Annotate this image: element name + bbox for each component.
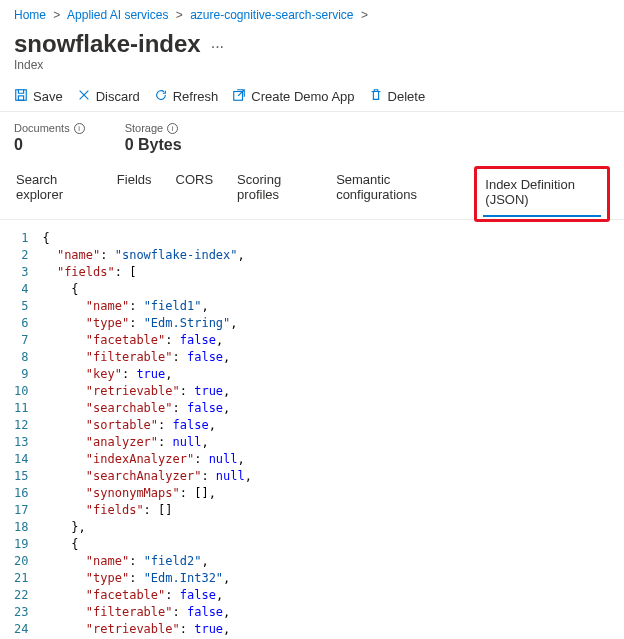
line-number: 16 <box>14 485 28 502</box>
code-line: "facetable": false, <box>42 332 252 349</box>
code-line: "type": "Edm.Int32", <box>42 570 252 587</box>
line-number: 6 <box>14 315 28 332</box>
code-line: "name": "field1", <box>42 298 252 315</box>
code-line: { <box>42 230 252 247</box>
line-number: 23 <box>14 604 28 621</box>
documents-value: 0 <box>14 136 85 154</box>
chevron-right-icon: > <box>361 8 368 22</box>
page-subtitle: Index <box>0 58 624 82</box>
more-icon[interactable]: ··· <box>211 38 224 56</box>
tabs: Search explorer Fields CORS Scoring prof… <box>0 160 624 220</box>
breadcrumb: Home > Applied AI services > azure-cogni… <box>0 0 624 26</box>
code-line: "retrievable": true, <box>42 383 252 400</box>
code-line: "fields": [] <box>42 502 252 519</box>
line-number: 2 <box>14 247 28 264</box>
breadcrumb-item[interactable]: azure-cognitive-search-service <box>190 8 353 22</box>
code-line: "name": "snowflake-index", <box>42 247 252 264</box>
save-label: Save <box>33 89 63 104</box>
line-number: 12 <box>14 417 28 434</box>
code-line: "searchable": false, <box>42 400 252 417</box>
line-number: 8 <box>14 349 28 366</box>
line-number: 17 <box>14 502 28 519</box>
code-line: }, <box>42 519 252 536</box>
code-line: "analyzer": null, <box>42 434 252 451</box>
refresh-label: Refresh <box>173 89 219 104</box>
tab-index-definition-json[interactable]: Index Definition (JSON) <box>483 171 601 217</box>
code-line: "synonymMaps": [], <box>42 485 252 502</box>
tab-semantic-configurations[interactable]: Semantic configurations <box>334 166 454 219</box>
line-number: 4 <box>14 281 28 298</box>
breadcrumb-item[interactable]: Applied AI services <box>67 8 168 22</box>
code-line: "key": true, <box>42 366 252 383</box>
tab-cors[interactable]: CORS <box>174 166 216 219</box>
tab-search-explorer[interactable]: Search explorer <box>14 166 95 219</box>
line-number: 14 <box>14 451 28 468</box>
line-number: 1 <box>14 230 28 247</box>
code-content[interactable]: { "name": "snowflake-index", "fields": [… <box>42 230 252 639</box>
refresh-icon <box>154 88 168 105</box>
storage-value: 0 Bytes <box>125 136 182 154</box>
code-line: { <box>42 536 252 553</box>
line-number: 11 <box>14 400 28 417</box>
documents-label: Documents <box>14 122 70 134</box>
line-number: 24 <box>14 621 28 638</box>
page-title: snowflake-index <box>14 30 201 58</box>
svg-rect-0 <box>16 90 27 101</box>
code-line: "fields": [ <box>42 264 252 281</box>
code-line: { <box>42 281 252 298</box>
line-number: 22 <box>14 587 28 604</box>
toolbar: Save Discard Refresh Create Demo App Del… <box>0 82 624 112</box>
save-icon <box>14 88 28 105</box>
discard-button[interactable]: Discard <box>77 88 140 105</box>
save-button[interactable]: Save <box>14 88 63 105</box>
close-icon <box>77 88 91 105</box>
code-line: "indexAnalyzer": null, <box>42 451 252 468</box>
line-number: 19 <box>14 536 28 553</box>
storage-stat: Storagei 0 Bytes <box>125 122 182 154</box>
refresh-button[interactable]: Refresh <box>154 88 219 105</box>
external-icon <box>232 88 246 105</box>
code-line: "retrievable": true, <box>42 621 252 638</box>
line-gutter: 1234567891011121314151617181920212223242… <box>14 230 42 639</box>
discard-label: Discard <box>96 89 140 104</box>
line-number: 13 <box>14 434 28 451</box>
breadcrumb-item[interactable]: Home <box>14 8 46 22</box>
line-number: 15 <box>14 468 28 485</box>
line-number: 18 <box>14 519 28 536</box>
create-demo-button[interactable]: Create Demo App <box>232 88 354 105</box>
line-number: 3 <box>14 264 28 281</box>
line-number: 20 <box>14 553 28 570</box>
chevron-right-icon: > <box>53 8 60 22</box>
code-line: "searchAnalyzer": null, <box>42 468 252 485</box>
line-number: 10 <box>14 383 28 400</box>
delete-label: Delete <box>388 89 426 104</box>
code-line: "filterable": false, <box>42 604 252 621</box>
svg-rect-1 <box>18 96 23 100</box>
code-line: "sortable": false, <box>42 417 252 434</box>
highlight-annotation: Index Definition (JSON) <box>474 166 610 222</box>
stats-panel: Documentsi 0 Storagei 0 Bytes <box>0 112 624 160</box>
code-line: "filterable": false, <box>42 349 252 366</box>
tab-scoring-profiles[interactable]: Scoring profiles <box>235 166 314 219</box>
line-number: 9 <box>14 366 28 383</box>
info-icon[interactable]: i <box>167 123 178 134</box>
code-line: "type": "Edm.String", <box>42 315 252 332</box>
line-number: 5 <box>14 298 28 315</box>
trash-icon <box>369 88 383 105</box>
line-number: 21 <box>14 570 28 587</box>
code-line: "name": "field2", <box>42 553 252 570</box>
storage-label: Storage <box>125 122 164 134</box>
delete-button[interactable]: Delete <box>369 88 426 105</box>
tab-fields[interactable]: Fields <box>115 166 154 219</box>
json-editor[interactable]: 1234567891011121314151617181920212223242… <box>0 220 624 639</box>
line-number: 7 <box>14 332 28 349</box>
documents-stat: Documentsi 0 <box>14 122 85 154</box>
info-icon[interactable]: i <box>74 123 85 134</box>
create-demo-label: Create Demo App <box>251 89 354 104</box>
chevron-right-icon: > <box>176 8 183 22</box>
code-line: "facetable": false, <box>42 587 252 604</box>
